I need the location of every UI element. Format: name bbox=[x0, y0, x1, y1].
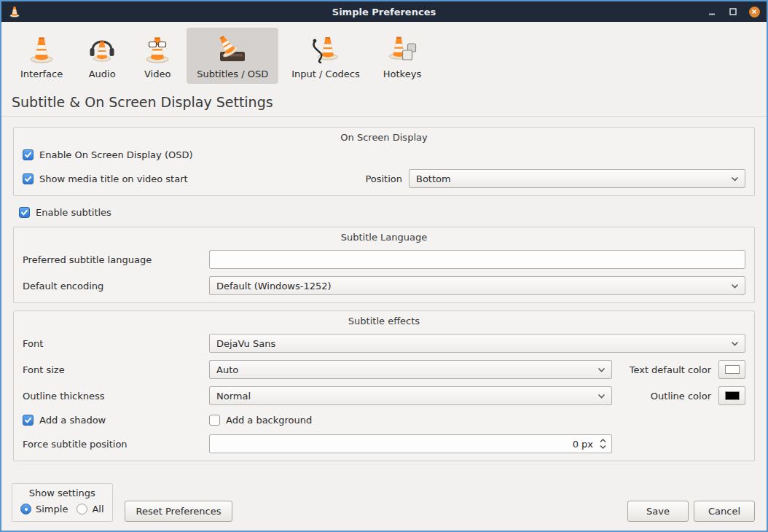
add-shadow-checkbox[interactable]: Add a shadow bbox=[23, 415, 209, 426]
preferences-window: Simple Preferences Interface bbox=[0, 0, 768, 532]
window-controls bbox=[706, 6, 760, 17]
close-icon[interactable] bbox=[748, 6, 760, 17]
save-button[interactable]: Save bbox=[627, 501, 689, 522]
shadow-background-row: Add a shadow Add a background bbox=[23, 412, 745, 427]
tab-audio-label: Audio bbox=[89, 69, 116, 79]
checkbox-checked-icon bbox=[23, 173, 34, 184]
text-color-swatch bbox=[725, 365, 740, 374]
radio-simple[interactable]: Simple bbox=[20, 504, 68, 515]
preferred-language-label: Preferred subtitle language bbox=[23, 254, 209, 265]
restore-icon[interactable] bbox=[727, 6, 739, 17]
position-combobox-value: Bottom bbox=[416, 173, 731, 184]
show-settings-group: Show settings Simple All bbox=[12, 483, 113, 522]
enable-subtitles-row: Enable subtitles bbox=[19, 205, 755, 219]
default-encoding-value: Default (Windows-1252) bbox=[216, 281, 731, 292]
enable-subtitles-label: Enable subtitles bbox=[36, 207, 111, 218]
add-background-label: Add a background bbox=[226, 415, 312, 426]
enable-osd-row: Enable On Screen Display (OSD) bbox=[23, 147, 745, 162]
show-media-title-label: Show media title on video start bbox=[39, 173, 188, 184]
media-title-row: Show media title on video start Position… bbox=[23, 169, 745, 188]
font-value: DejaVu Sans bbox=[216, 338, 731, 349]
cancel-button[interactable]: Cancel bbox=[694, 501, 755, 522]
glasses-cone-icon bbox=[141, 34, 173, 66]
font-size-combobox[interactable]: Auto bbox=[209, 360, 612, 379]
font-label: Font bbox=[23, 338, 209, 349]
enable-osd-checkbox[interactable]: Enable On Screen Display (OSD) bbox=[23, 149, 193, 160]
font-size-value: Auto bbox=[216, 364, 597, 375]
reset-preferences-button[interactable]: Reset Preferences bbox=[125, 501, 233, 522]
tab-subtitles-osd[interactable]: Subtitles / OSD bbox=[187, 28, 278, 84]
vlc-app-icon bbox=[8, 5, 21, 18]
subtitle-language-group: Subtitle Language Preferred subtitle lan… bbox=[13, 227, 755, 303]
osd-group: On Screen Display Enable On Screen Displ… bbox=[13, 127, 755, 196]
tab-input-codecs[interactable]: Input / Codecs bbox=[281, 28, 370, 84]
tab-video[interactable]: Video bbox=[131, 28, 184, 84]
tab-interface-label: Interface bbox=[20, 69, 63, 79]
titlebar[interactable]: Simple Preferences bbox=[1, 1, 767, 22]
spinner-down-icon bbox=[600, 445, 606, 449]
add-shadow-label: Add a shadow bbox=[39, 415, 106, 426]
outline-color-label: Outline color bbox=[651, 391, 711, 402]
radio-selected-icon bbox=[20, 504, 31, 515]
window-title: Simple Preferences bbox=[1, 7, 767, 17]
preferred-language-input[interactable] bbox=[209, 250, 745, 269]
tab-interface[interactable]: Interface bbox=[10, 28, 73, 84]
add-background-checkbox[interactable]: Add a background bbox=[209, 415, 312, 426]
position-label: Position bbox=[365, 173, 402, 184]
position-combobox[interactable]: Bottom bbox=[409, 169, 745, 188]
spinner-up-icon bbox=[600, 439, 606, 443]
force-position-row: Force subtitle position 0 px bbox=[23, 434, 745, 453]
text-default-color-button[interactable] bbox=[718, 360, 745, 379]
titlebar-left bbox=[8, 5, 21, 18]
outline-color-button[interactable] bbox=[718, 386, 745, 405]
outline-thickness-label: Outline thickness bbox=[23, 391, 209, 402]
keys-cone-icon bbox=[386, 34, 418, 66]
font-combobox[interactable]: DejaVu Sans bbox=[209, 334, 745, 353]
outline-thickness-combobox[interactable]: Normal bbox=[209, 386, 612, 405]
vlc-cone-icon bbox=[26, 34, 58, 66]
enable-subtitles-checkbox[interactable]: Enable subtitles bbox=[19, 207, 111, 218]
subtitle-language-group-title: Subtitle Language bbox=[23, 227, 745, 243]
radio-all-label: All bbox=[92, 504, 103, 515]
cable-cone-icon bbox=[310, 34, 342, 66]
add-shadow-cell: Add a shadow bbox=[23, 415, 209, 426]
minimize-icon[interactable] bbox=[706, 6, 718, 17]
tab-hotkeys-label: Hotkeys bbox=[383, 69, 421, 79]
default-encoding-row: Default encoding Default (Windows-1252) bbox=[23, 276, 745, 295]
default-encoding-combobox[interactable]: Default (Windows-1252) bbox=[209, 276, 745, 295]
force-position-spinner[interactable]: 0 px bbox=[209, 434, 612, 453]
chevron-down-icon bbox=[731, 341, 739, 346]
chevron-down-icon bbox=[597, 367, 606, 372]
radio-all[interactable]: All bbox=[77, 504, 103, 515]
preferred-language-row: Preferred subtitle language bbox=[23, 250, 745, 269]
spinner-arrows[interactable] bbox=[598, 439, 611, 449]
outline-color-swatch bbox=[725, 391, 740, 400]
chevron-down-icon bbox=[731, 176, 739, 181]
osd-group-title: On Screen Display bbox=[23, 128, 745, 143]
checkbox-checked-icon bbox=[23, 149, 34, 160]
font-size-label: Font size bbox=[23, 364, 209, 375]
show-settings-options: Simple All bbox=[20, 504, 104, 515]
tab-audio[interactable]: Audio bbox=[76, 28, 128, 84]
tab-input-codecs-label: Input / Codecs bbox=[291, 69, 360, 79]
outline-thickness-value: Normal bbox=[216, 391, 597, 402]
subtitle-effects-group-title: Subtitle effects bbox=[23, 311, 745, 326]
content-area: On Screen Display Enable On Screen Displ… bbox=[1, 117, 767, 472]
font-row: Font DejaVu Sans bbox=[23, 334, 745, 353]
category-toolbar: Interface Audio bbox=[1, 22, 767, 85]
chevron-down-icon bbox=[597, 394, 606, 399]
radio-simple-label: Simple bbox=[36, 504, 68, 515]
show-media-title-checkbox[interactable]: Show media title on video start bbox=[23, 173, 188, 184]
footer: Show settings Simple All Reset Preferenc… bbox=[12, 483, 755, 522]
outline-thickness-row: Outline thickness Normal Outline color bbox=[23, 386, 745, 405]
page-title: Subtitle & On Screen Display Settings bbox=[12, 94, 755, 110]
default-encoding-label: Default encoding bbox=[23, 281, 209, 292]
tab-hotkeys[interactable]: Hotkeys bbox=[373, 28, 431, 84]
chevron-down-icon bbox=[731, 283, 739, 289]
checkbox-checked-icon bbox=[19, 207, 30, 218]
show-settings-title: Show settings bbox=[20, 488, 104, 504]
enable-osd-label: Enable On Screen Display (OSD) bbox=[39, 149, 193, 160]
tab-video-label: Video bbox=[144, 69, 171, 79]
subtitle-effects-group: Subtitle effects Font DejaVu Sans Font s… bbox=[13, 310, 755, 461]
headphones-cone-icon bbox=[86, 34, 118, 66]
